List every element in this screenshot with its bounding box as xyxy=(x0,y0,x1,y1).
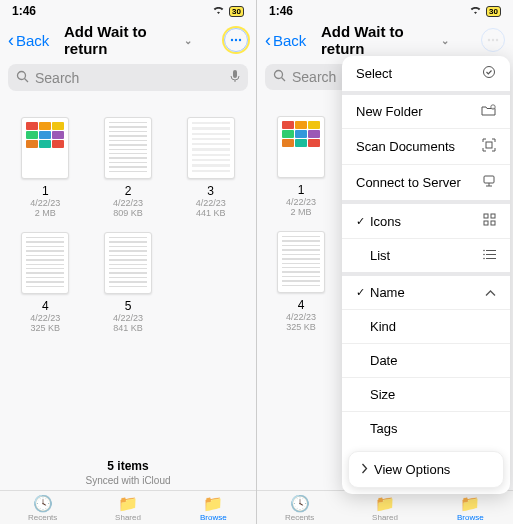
grid-icon xyxy=(483,213,496,229)
menu-size[interactable]: Size xyxy=(342,378,510,412)
battery-icon: 30 xyxy=(486,6,501,17)
nav-bar: ‹ Back Add Wait to return ⌄ xyxy=(257,22,513,58)
svg-point-1 xyxy=(235,39,237,41)
select-icon xyxy=(482,65,496,82)
svg-line-4 xyxy=(25,78,29,82)
tab-bar: 🕓Recents 📁Shared 📁Browse xyxy=(257,490,513,524)
file-item[interactable]: 14/22/232 MB xyxy=(265,116,337,217)
svg-point-25 xyxy=(483,250,485,252)
search-icon xyxy=(16,70,29,86)
check-icon: ✓ xyxy=(356,215,370,228)
svg-rect-19 xyxy=(491,214,495,218)
svg-rect-18 xyxy=(484,214,488,218)
tab-recents[interactable]: 🕓Recents xyxy=(0,491,85,524)
chevron-left-icon: ‹ xyxy=(8,30,14,51)
menu-connect[interactable]: Connect to Server xyxy=(342,165,510,204)
file-grid: 14/22/232 MB24/22/23809 KB34/22/23441 KB… xyxy=(0,97,256,333)
status-time: 1:46 xyxy=(12,4,36,18)
file-item[interactable]: 44/22/23325 KB xyxy=(265,231,337,332)
svg-rect-15 xyxy=(484,176,494,183)
list-icon xyxy=(483,248,496,263)
chevron-up-icon xyxy=(485,285,496,300)
wifi-icon xyxy=(469,4,482,18)
file-date: 4/22/23 xyxy=(8,198,83,208)
menu-tags[interactable]: Tags xyxy=(342,412,510,445)
search-placeholder: Search xyxy=(292,69,336,85)
back-button[interactable]: ‹ Back xyxy=(265,30,306,51)
menu-new-folder[interactable]: New Folder + xyxy=(342,95,510,129)
page-title[interactable]: Add Wait to return ⌄ xyxy=(64,23,192,57)
status-time: 1:46 xyxy=(269,4,293,18)
file-size: 2 MB xyxy=(265,207,337,217)
panel-right: 1:46 30 ‹ Back Add Wait to return ⌄ Sear… xyxy=(257,0,513,524)
mic-icon[interactable] xyxy=(230,69,240,86)
file-size: 809 KB xyxy=(91,208,166,218)
svg-rect-14 xyxy=(486,142,492,148)
svg-rect-20 xyxy=(484,221,488,225)
tab-browse[interactable]: 📁Browse xyxy=(428,491,513,524)
footer: 5 items Synced with iCloud xyxy=(0,459,256,486)
clock-icon: 🕓 xyxy=(33,494,53,513)
item-count: 5 items xyxy=(0,459,256,473)
wifi-icon xyxy=(212,4,225,18)
menu-scan[interactable]: Scan Documents xyxy=(342,129,510,165)
svg-point-27 xyxy=(483,258,485,260)
file-item[interactable]: 34/22/23441 KB xyxy=(173,117,248,218)
svg-point-7 xyxy=(492,39,494,41)
new-folder-icon: + xyxy=(481,104,496,119)
tab-browse[interactable]: 📁Browse xyxy=(171,491,256,524)
menu-name[interactable]: ✓ Name xyxy=(342,276,510,310)
file-item[interactable]: 14/22/232 MB xyxy=(8,117,83,218)
status-bar: 1:46 30 xyxy=(257,0,513,22)
more-button[interactable] xyxy=(224,28,248,52)
tab-bar: 🕓Recents 📁Shared 📁Browse xyxy=(0,490,256,524)
menu-icons[interactable]: ✓ Icons xyxy=(342,204,510,239)
chevron-right-icon xyxy=(361,462,368,477)
status-bar: 1:46 30 xyxy=(0,0,256,22)
nav-bar: ‹ Back Add Wait to return ⌄ xyxy=(0,22,256,58)
back-button[interactable]: ‹ Back xyxy=(8,30,49,51)
menu-list[interactable]: List xyxy=(342,239,510,276)
tab-shared[interactable]: 📁Shared xyxy=(342,491,427,524)
svg-rect-21 xyxy=(491,221,495,225)
folder-shared-icon: 📁 xyxy=(118,494,138,513)
svg-point-2 xyxy=(239,39,241,41)
folder-icon: 📁 xyxy=(203,494,223,513)
svg-rect-5 xyxy=(233,70,237,78)
search-placeholder: Search xyxy=(35,70,79,86)
page-title[interactable]: Add Wait to return ⌄ xyxy=(321,23,449,57)
chevron-left-icon: ‹ xyxy=(265,30,271,51)
file-item[interactable]: 24/22/23809 KB xyxy=(91,117,166,218)
tab-recents[interactable]: 🕓Recents xyxy=(257,491,342,524)
folder-icon: 📁 xyxy=(460,494,480,513)
file-date: 4/22/23 xyxy=(8,313,83,323)
svg-point-26 xyxy=(483,254,485,256)
file-name: 2 xyxy=(91,184,166,198)
file-item[interactable]: 44/22/23325 KB xyxy=(8,232,83,333)
menu-kind[interactable]: Kind xyxy=(342,310,510,344)
context-menu: Select New Folder + Scan Documents Conne… xyxy=(342,56,510,494)
menu-date[interactable]: Date xyxy=(342,344,510,378)
battery-icon: 30 xyxy=(229,6,244,17)
search-input[interactable]: Search xyxy=(8,64,248,91)
more-button[interactable] xyxy=(481,28,505,52)
menu-select[interactable]: Select xyxy=(342,56,510,95)
file-size: 441 KB xyxy=(173,208,248,218)
file-size: 841 KB xyxy=(91,323,166,333)
scan-icon xyxy=(482,138,496,155)
file-date: 4/22/23 xyxy=(91,313,166,323)
svg-point-9 xyxy=(275,71,283,79)
tab-shared[interactable]: 📁Shared xyxy=(85,491,170,524)
file-name: 1 xyxy=(8,184,83,198)
search-icon xyxy=(273,69,286,85)
svg-point-6 xyxy=(488,39,490,41)
menu-view-options[interactable]: View Options xyxy=(348,451,504,488)
file-item[interactable]: 54/22/23841 KB xyxy=(91,232,166,333)
chevron-down-icon: ⌄ xyxy=(184,35,192,46)
file-name: 4 xyxy=(8,299,83,313)
file-date: 4/22/23 xyxy=(91,198,166,208)
file-name: 3 xyxy=(173,184,248,198)
file-size: 325 KB xyxy=(265,322,337,332)
panel-left: 1:46 30 ‹ Back Add Wait to return ⌄ Sear… xyxy=(0,0,256,524)
check-icon: ✓ xyxy=(356,286,370,299)
